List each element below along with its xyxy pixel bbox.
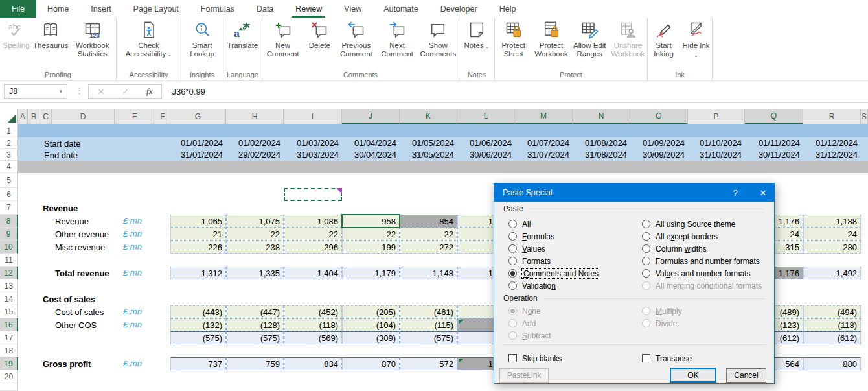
unit-label-r19[interactable]: £ mn <box>123 357 142 370</box>
row-label-other-revenue-r9[interactable]: Other revenue <box>55 228 109 241</box>
radio-button[interactable] <box>642 244 650 253</box>
cell-j9[interactable]: 22 <box>342 228 400 241</box>
radio-button[interactable] <box>508 319 517 327</box>
radio-button[interactable] <box>508 269 517 278</box>
cell-g15[interactable]: (443) <box>170 305 226 318</box>
date-cell-m3[interactable]: 31/07/2024 <box>515 149 573 161</box>
smart-lookup-button[interactable]: Smart Lookup <box>181 19 223 59</box>
radio-option-formulas-and-number-formats[interactable]: Formulas and number formats <box>642 255 760 267</box>
dialog-help-button[interactable]: ? <box>725 184 745 202</box>
row-header-12[interactable]: 12 <box>0 267 18 279</box>
new-comment-button[interactable]: New Comment <box>262 19 303 59</box>
date-cell-k3[interactable]: 31/05/2024 <box>400 149 457 161</box>
cell-i17[interactable]: (569) <box>284 331 342 344</box>
column-header-s[interactable]: S <box>861 109 868 124</box>
date-cell-q2[interactable]: 01/11/2024 <box>745 137 803 149</box>
column-header-q[interactable]: Q <box>745 109 803 124</box>
date-cell-j3[interactable]: 30/04/2024 <box>342 149 400 161</box>
date-cell-n3[interactable]: 31/08/2024 <box>573 149 630 161</box>
radio-option-validation[interactable]: Validation <box>508 280 556 291</box>
date-cell-n2[interactable]: 01/08/2024 <box>573 137 630 149</box>
cell-r10[interactable]: 280 <box>803 241 861 254</box>
cell-j12[interactable]: 1,179 <box>342 267 400 279</box>
checkbox[interactable] <box>508 354 517 362</box>
radio-button[interactable] <box>642 257 650 265</box>
show-comments-button[interactable]: Show Comments <box>418 19 459 59</box>
cell-i9[interactable]: 22 <box>284 228 342 241</box>
row-header-4[interactable]: 4 <box>0 161 18 173</box>
row-header-10[interactable]: 10 <box>0 241 18 254</box>
cell-i16[interactable]: (118) <box>284 318 342 331</box>
radio-button[interactable] <box>642 281 650 290</box>
date-cell-i2[interactable]: 01/03/2024 <box>284 137 342 149</box>
row-header-20[interactable]: 20 <box>0 370 18 383</box>
section-band-profit-and-loss[interactable] <box>18 161 868 173</box>
cell-g9[interactable]: 21 <box>170 228 226 241</box>
protect-sheet-button[interactable]: Protect Sheet <box>495 19 532 59</box>
unit-label-r8[interactable]: £ mn <box>123 215 142 228</box>
cell-h15[interactable]: (447) <box>226 305 284 318</box>
column-header-h[interactable]: H <box>226 109 284 124</box>
checkbox-option-skip-blanks[interactable]: Skip blanks <box>508 353 562 364</box>
row-label-cost-of-sales-r14[interactable]: Cost of sales <box>43 292 95 306</box>
cell-k12[interactable]: 1,148 <box>400 267 457 279</box>
tab-help[interactable]: Help <box>491 0 525 18</box>
date-cell-r2[interactable]: 01/12/2024 <box>803 137 861 149</box>
radio-option-divide[interactable]: Divide <box>642 318 677 329</box>
radio-button[interactable] <box>642 232 650 241</box>
cell-k19[interactable]: 572 <box>400 357 457 370</box>
column-header-p[interactable]: P <box>688 109 745 124</box>
radio-button[interactable] <box>508 232 517 241</box>
row-header-5[interactable]: 5 <box>0 173 18 188</box>
cell-j10[interactable]: 199 <box>342 241 400 254</box>
column-header-g[interactable]: G <box>170 109 226 124</box>
radio-option-multiply[interactable]: Multiply <box>642 305 682 316</box>
cell-k15[interactable]: (461) <box>400 305 457 318</box>
column-header-k[interactable]: K <box>400 109 457 124</box>
row-label-other-cos-r16[interactable]: Other COS <box>55 318 97 332</box>
workbook-statistics-button[interactable]: 123Workbook Statistics <box>69 19 116 59</box>
cell-g16[interactable]: (132) <box>170 318 226 331</box>
row-label-gross-profit-r19[interactable]: Gross profit <box>43 357 91 371</box>
cell-i19[interactable]: 834 <box>284 357 342 370</box>
enter-entry-icon[interactable]: ✓ <box>122 87 129 97</box>
radio-option-all-merging-conditional-formats[interactable]: All merging conditional formats <box>642 280 762 291</box>
cell-r8[interactable]: 1,188 <box>803 215 861 228</box>
date-cell-m2[interactable]: 01/07/2024 <box>515 137 573 149</box>
radio-option-subtract[interactable]: Subtract <box>508 330 551 341</box>
row-header-14[interactable]: 14 <box>0 292 18 305</box>
translate-button[interactable]: aTranslate <box>225 19 260 51</box>
radio-button[interactable] <box>642 220 650 228</box>
cell-g10[interactable]: 226 <box>170 241 226 254</box>
row-label-total-revenue-r12[interactable]: Total revenue <box>55 267 109 280</box>
tab-developer[interactable]: Developer <box>432 0 486 18</box>
cell-r19[interactable]: 880 <box>803 357 861 370</box>
cell-r15[interactable]: (494) <box>803 305 861 318</box>
cell-j17[interactable]: (309) <box>342 331 400 344</box>
radio-button[interactable] <box>508 331 517 340</box>
tab-data[interactable]: Data <box>248 0 282 18</box>
date-cell-p3[interactable]: 31/10/2024 <box>688 149 745 161</box>
date-cell-l2[interactable]: 01/06/2024 <box>457 137 515 149</box>
checkbox-option-transpose[interactable]: Transpose <box>642 353 692 364</box>
row-header-17[interactable]: 17 <box>0 331 18 344</box>
notes-button[interactable]: Notes ⌄ <box>461 19 493 51</box>
date-cell-j2[interactable]: 01/04/2024 <box>342 137 400 149</box>
insert-function-icon[interactable]: fx <box>146 86 152 97</box>
protect-workbook-button[interactable]: Protect Workbook <box>532 19 570 59</box>
unit-label-r12[interactable]: £ mn <box>123 267 142 279</box>
cell-r16[interactable]: (118) <box>803 318 861 331</box>
column-header-j[interactable]: J <box>342 109 400 124</box>
hide-ink-button[interactable]: Hide Ink ⌄ <box>680 19 713 60</box>
tab-automate[interactable]: Automate <box>375 0 427 18</box>
cell-r9[interactable]: 24 <box>803 228 861 241</box>
radio-option-formulas[interactable]: Formulas <box>508 231 554 242</box>
radio-button[interactable] <box>508 220 517 228</box>
unit-label-r16[interactable]: £ mn <box>123 318 142 331</box>
tab-file[interactable]: File <box>0 0 36 18</box>
row-header-15[interactable]: 15 <box>0 305 18 318</box>
check-accessibility-button[interactable]: Check Accessibility ⌄ <box>124 19 174 60</box>
column-header-f[interactable]: F <box>155 109 170 124</box>
date-cell-g3[interactable]: 31/01/2024 <box>170 149 226 161</box>
cell-i12[interactable]: 1,404 <box>284 267 342 279</box>
